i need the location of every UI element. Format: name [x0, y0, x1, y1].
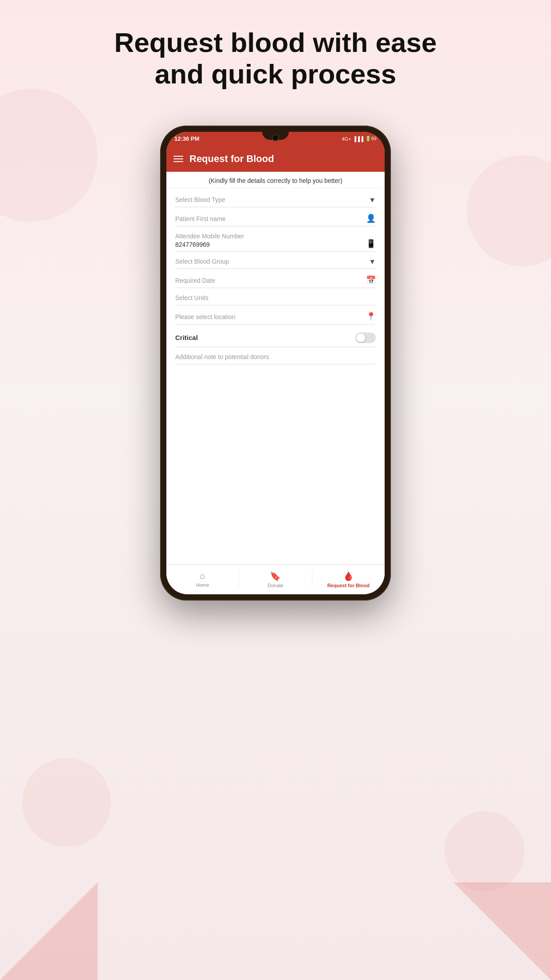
units-input[interactable]: Select Units	[175, 294, 376, 302]
home-label: Home	[196, 582, 209, 588]
phone-camera	[272, 134, 279, 141]
required-date-field[interactable]: Required Date 📅	[175, 271, 376, 288]
request-blood-icon: 🩸	[343, 571, 354, 581]
app-bar-title: Request for Blood	[189, 153, 274, 165]
nav-item-donate[interactable]: 🔖 Donate	[239, 567, 311, 592]
bg-decoration-1	[0, 89, 98, 222]
status-signal-icon: ▐▐▐	[353, 136, 363, 142]
home-icon: ⌂	[200, 571, 205, 581]
additional-note-label: Additional note to potential donors	[175, 353, 376, 360]
mobile-field[interactable]: Attendee Mobile Number 8247769969 📱	[175, 228, 376, 252]
required-date-label: Required Date	[175, 277, 362, 284]
blood-group-input[interactable]: Select Blood Group	[175, 258, 365, 266]
patient-name-label: Patient First name	[175, 215, 362, 222]
location-field[interactable]: Please select location 📍	[175, 307, 376, 324]
critical-label: Critical	[175, 334, 198, 341]
location-input[interactable]: Please select location	[175, 313, 362, 321]
additional-note-field[interactable]: Additional note to potential donors	[175, 349, 376, 364]
blood-type-dropdown-icon: ▼	[369, 196, 376, 204]
tri-decoration-right	[453, 882, 551, 980]
form-content[interactable]: (Kindly fill the details correctly to he…	[166, 172, 385, 564]
person-icon: 👤	[366, 213, 376, 223]
mobile-label: Attendee Mobile Number	[175, 233, 362, 240]
blood-group-dropdown-icon: ▼	[369, 258, 376, 266]
blood-type-input[interactable]: Select Blood Type	[175, 196, 365, 204]
status-icons: 4G+ ▐▐▐ 🔋69	[342, 136, 377, 142]
location-pin-icon: 📍	[366, 312, 376, 321]
bg-decoration-2	[467, 155, 551, 266]
page-heading: Request blood with ease and quick proces…	[79, 27, 472, 90]
patient-name-input[interactable]: Patient First name	[175, 215, 362, 223]
blood-type-field[interactable]: Select Blood Type ▼	[175, 192, 376, 207]
phone-screen: 12:36 PM 4G+ ▐▐▐ 🔋69 Request for Blood (…	[166, 132, 385, 594]
patient-name-field[interactable]: Patient First name 👤	[175, 209, 376, 226]
tri-decoration-left	[0, 882, 98, 980]
critical-toggle-row[interactable]: Critical	[175, 326, 376, 347]
phone-frame: 12:36 PM 4G+ ▐▐▐ 🔋69 Request for Blood (…	[160, 126, 391, 601]
blood-group-field[interactable]: Select Blood Group ▼	[175, 253, 376, 269]
mobile-input[interactable]: Attendee Mobile Number 8247769969	[175, 233, 362, 249]
blood-type-label: Select Blood Type	[175, 196, 365, 203]
status-time: 12:36 PM	[174, 135, 199, 142]
nav-item-home[interactable]: ⌂ Home	[166, 567, 239, 591]
form-subtitle: (Kindly fill the details correctly to he…	[166, 172, 385, 188]
donate-label: Donate	[268, 583, 283, 588]
units-field[interactable]: Select Units	[175, 290, 376, 305]
nav-item-request[interactable]: 🩸 Request for Blood	[312, 567, 385, 592]
bg-decoration-4	[445, 811, 524, 891]
blood-group-label: Select Blood Group	[175, 258, 365, 265]
mobile-value: 8247769969	[175, 241, 210, 248]
request-blood-label: Request for Blood	[327, 583, 370, 588]
form-body: Select Blood Type ▼ Patient First name 👤…	[166, 188, 385, 371]
additional-note-input[interactable]: Additional note to potential donors	[175, 353, 376, 361]
bg-decoration-3	[22, 758, 111, 847]
calendar-icon: 📅	[366, 275, 376, 285]
app-bar: Request for Blood	[166, 146, 385, 172]
status-battery-icon: 🔋69	[365, 136, 377, 142]
hamburger-menu-icon[interactable]	[173, 156, 183, 162]
units-label: Select Units	[175, 294, 376, 301]
status-network-icon: 4G+	[342, 136, 351, 142]
phone-icon: 📱	[366, 239, 376, 249]
bottom-nav: ⌂ Home 🔖 Donate 🩸 Request for Blood	[166, 564, 385, 594]
donate-icon: 🔖	[270, 571, 281, 581]
critical-toggle-switch[interactable]	[355, 332, 376, 343]
location-label: Please select location	[175, 313, 362, 320]
required-date-input[interactable]: Required Date	[175, 277, 362, 285]
